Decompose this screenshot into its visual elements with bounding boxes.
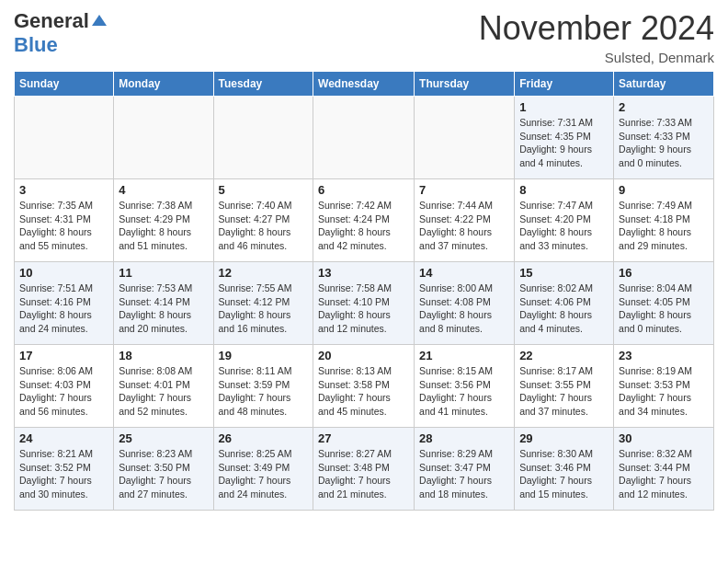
calendar-cell xyxy=(213,97,313,179)
calendar-cell xyxy=(15,97,114,179)
day-info: Sunrise: 8:08 AM Sunset: 4:01 PM Dayligh… xyxy=(119,364,208,419)
calendar-cell: 2Sunrise: 7:33 AM Sunset: 4:33 PM Daylig… xyxy=(614,97,714,179)
day-number: 28 xyxy=(419,431,509,445)
calendar-cell: 7Sunrise: 7:44 AM Sunset: 4:22 PM Daylig… xyxy=(415,179,515,262)
logo-blue-text: Blue xyxy=(14,33,58,57)
calendar-cell: 4Sunrise: 7:38 AM Sunset: 4:29 PM Daylig… xyxy=(114,179,213,262)
calendar-cell: 21Sunrise: 8:15 AM Sunset: 3:56 PM Dayli… xyxy=(415,345,515,428)
svg-marker-0 xyxy=(92,15,107,26)
day-info: Sunrise: 7:51 AM Sunset: 4:16 PM Dayligh… xyxy=(19,282,108,336)
day-info: Sunrise: 7:58 AM Sunset: 4:10 PM Dayligh… xyxy=(318,282,409,336)
day-number: 27 xyxy=(318,431,409,445)
calendar-header: SundayMondayTuesdayWednesdayThursdayFrid… xyxy=(15,72,714,97)
calendar-body: 1Sunrise: 7:31 AM Sunset: 4:35 PM Daylig… xyxy=(15,97,714,511)
day-info: Sunrise: 7:55 AM Sunset: 4:12 PM Dayligh… xyxy=(219,282,309,336)
day-info: Sunrise: 7:31 AM Sunset: 4:35 PM Dayligh… xyxy=(519,116,609,170)
calendar-cell: 19Sunrise: 8:11 AM Sunset: 3:59 PM Dayli… xyxy=(213,345,313,428)
day-info: Sunrise: 8:30 AM Sunset: 3:46 PM Dayligh… xyxy=(519,447,609,501)
weekday-header-sunday: Sunday xyxy=(15,72,114,97)
day-info: Sunrise: 7:47 AM Sunset: 4:20 PM Dayligh… xyxy=(519,199,609,253)
day-info: Sunrise: 8:13 AM Sunset: 3:58 PM Dayligh… xyxy=(318,364,409,419)
calendar-week-4: 17Sunrise: 8:06 AM Sunset: 4:03 PM Dayli… xyxy=(15,345,714,428)
day-info: Sunrise: 8:27 AM Sunset: 3:48 PM Dayligh… xyxy=(318,447,409,501)
day-info: Sunrise: 8:11 AM Sunset: 3:59 PM Dayligh… xyxy=(219,364,309,419)
day-number: 26 xyxy=(219,431,309,445)
day-number: 12 xyxy=(219,266,309,280)
day-number: 7 xyxy=(419,183,509,197)
day-info: Sunrise: 8:04 AM Sunset: 4:05 PM Dayligh… xyxy=(619,282,709,336)
calendar-cell: 5Sunrise: 7:40 AM Sunset: 4:27 PM Daylig… xyxy=(213,179,313,262)
day-number: 16 xyxy=(619,266,709,280)
calendar-cell: 24Sunrise: 8:21 AM Sunset: 3:52 PM Dayli… xyxy=(15,428,114,511)
calendar-cell: 28Sunrise: 8:29 AM Sunset: 3:47 PM Dayli… xyxy=(415,428,515,511)
calendar-week-2: 3Sunrise: 7:35 AM Sunset: 4:31 PM Daylig… xyxy=(15,179,714,262)
day-info: Sunrise: 8:15 AM Sunset: 3:56 PM Dayligh… xyxy=(419,364,509,419)
calendar-week-3: 10Sunrise: 7:51 AM Sunset: 4:16 PM Dayli… xyxy=(15,262,714,345)
calendar-cell: 11Sunrise: 7:53 AM Sunset: 4:14 PM Dayli… xyxy=(114,262,213,345)
calendar-cell: 14Sunrise: 8:00 AM Sunset: 4:08 PM Dayli… xyxy=(415,262,515,345)
day-number: 8 xyxy=(519,183,609,197)
day-number: 29 xyxy=(519,431,609,445)
day-info: Sunrise: 7:44 AM Sunset: 4:22 PM Dayligh… xyxy=(419,199,509,253)
calendar-cell: 15Sunrise: 8:02 AM Sunset: 4:06 PM Dayli… xyxy=(515,262,614,345)
calendar-cell xyxy=(313,97,415,179)
day-number: 22 xyxy=(519,349,609,362)
calendar-cell: 27Sunrise: 8:27 AM Sunset: 3:48 PM Dayli… xyxy=(313,428,415,511)
title-section: November 2024 Sulsted, Denmark xyxy=(479,9,714,65)
page-header: General Blue November 2024 Sulsted, Denm… xyxy=(14,9,714,65)
calendar-cell: 13Sunrise: 7:58 AM Sunset: 4:10 PM Dayli… xyxy=(313,262,415,345)
day-info: Sunrise: 8:02 AM Sunset: 4:06 PM Dayligh… xyxy=(519,282,609,336)
calendar-cell: 18Sunrise: 8:08 AM Sunset: 4:01 PM Dayli… xyxy=(114,345,213,428)
day-info: Sunrise: 7:49 AM Sunset: 4:18 PM Dayligh… xyxy=(619,199,709,253)
day-number: 15 xyxy=(519,266,609,280)
day-info: Sunrise: 8:17 AM Sunset: 3:55 PM Dayligh… xyxy=(519,364,609,419)
calendar-week-5: 24Sunrise: 8:21 AM Sunset: 3:52 PM Dayli… xyxy=(15,428,714,511)
day-number: 1 xyxy=(519,100,609,114)
calendar-cell: 8Sunrise: 7:47 AM Sunset: 4:20 PM Daylig… xyxy=(515,179,614,262)
day-info: Sunrise: 7:35 AM Sunset: 4:31 PM Dayligh… xyxy=(19,199,108,253)
day-info: Sunrise: 7:38 AM Sunset: 4:29 PM Dayligh… xyxy=(119,199,208,253)
weekday-header-thursday: Thursday xyxy=(415,72,515,97)
month-title: November 2024 xyxy=(479,9,714,48)
day-info: Sunrise: 7:33 AM Sunset: 4:33 PM Dayligh… xyxy=(619,116,709,170)
day-number: 9 xyxy=(619,183,709,197)
calendar-cell: 6Sunrise: 7:42 AM Sunset: 4:24 PM Daylig… xyxy=(313,179,415,262)
calendar-cell: 26Sunrise: 8:25 AM Sunset: 3:49 PM Dayli… xyxy=(213,428,313,511)
day-info: Sunrise: 7:53 AM Sunset: 4:14 PM Dayligh… xyxy=(119,282,208,336)
weekday-row: SundayMondayTuesdayWednesdayThursdayFrid… xyxy=(15,72,714,97)
calendar-cell xyxy=(114,97,213,179)
day-number: 2 xyxy=(619,100,709,114)
day-number: 4 xyxy=(119,183,208,197)
day-number: 14 xyxy=(419,266,509,280)
location-text: Sulsted, Denmark xyxy=(479,50,714,65)
calendar-cell: 23Sunrise: 8:19 AM Sunset: 3:53 PM Dayli… xyxy=(614,345,714,428)
day-number: 13 xyxy=(318,266,409,280)
calendar-cell: 22Sunrise: 8:17 AM Sunset: 3:55 PM Dayli… xyxy=(515,345,614,428)
day-number: 21 xyxy=(419,349,509,362)
calendar-cell: 12Sunrise: 7:55 AM Sunset: 4:12 PM Dayli… xyxy=(213,262,313,345)
day-number: 23 xyxy=(619,349,709,362)
day-info: Sunrise: 8:25 AM Sunset: 3:49 PM Dayligh… xyxy=(219,447,309,501)
calendar-table: SundayMondayTuesdayWednesdayThursdayFrid… xyxy=(14,71,714,511)
day-info: Sunrise: 8:23 AM Sunset: 3:50 PM Dayligh… xyxy=(119,447,208,501)
weekday-header-saturday: Saturday xyxy=(614,72,714,97)
day-info: Sunrise: 8:29 AM Sunset: 3:47 PM Dayligh… xyxy=(419,447,509,501)
calendar-cell: 16Sunrise: 8:04 AM Sunset: 4:05 PM Dayli… xyxy=(614,262,714,345)
day-number: 25 xyxy=(119,431,208,445)
calendar-cell: 30Sunrise: 8:32 AM Sunset: 3:44 PM Dayli… xyxy=(614,428,714,511)
day-number: 5 xyxy=(219,183,309,197)
weekday-header-monday: Monday xyxy=(114,72,213,97)
day-number: 24 xyxy=(19,431,108,445)
calendar-cell: 9Sunrise: 7:49 AM Sunset: 4:18 PM Daylig… xyxy=(614,179,714,262)
day-info: Sunrise: 7:40 AM Sunset: 4:27 PM Dayligh… xyxy=(219,199,309,253)
calendar-cell: 17Sunrise: 8:06 AM Sunset: 4:03 PM Dayli… xyxy=(15,345,114,428)
day-number: 11 xyxy=(119,266,208,280)
day-info: Sunrise: 8:00 AM Sunset: 4:08 PM Dayligh… xyxy=(419,282,509,336)
day-number: 10 xyxy=(19,266,108,280)
calendar-cell: 25Sunrise: 8:23 AM Sunset: 3:50 PM Dayli… xyxy=(114,428,213,511)
day-number: 20 xyxy=(318,349,409,362)
day-number: 19 xyxy=(219,349,309,362)
calendar-cell xyxy=(415,97,515,179)
day-number: 3 xyxy=(19,183,108,197)
day-info: Sunrise: 8:19 AM Sunset: 3:53 PM Dayligh… xyxy=(619,364,709,419)
